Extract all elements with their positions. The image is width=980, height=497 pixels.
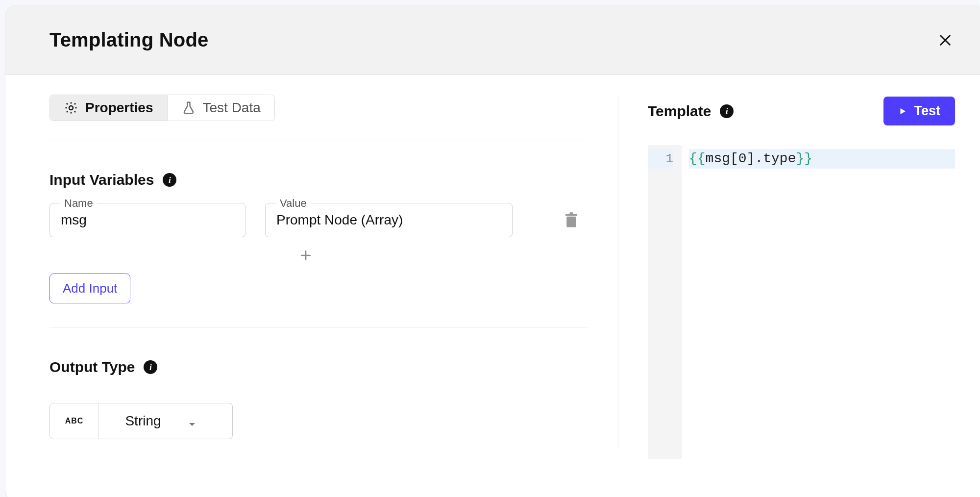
info-icon[interactable]: i xyxy=(144,360,157,374)
editor-code[interactable]: {{msg[0].type}} xyxy=(682,145,955,459)
tab-test-data[interactable]: Test Data xyxy=(168,95,274,121)
dialog-titlebar: Templating Node xyxy=(5,5,980,75)
vertical-divider xyxy=(618,95,618,447)
editor-gutter: 1 xyxy=(648,145,682,459)
plus-icon xyxy=(299,249,312,262)
divider xyxy=(49,140,588,140)
tab-properties[interactable]: Properties xyxy=(50,95,168,121)
info-icon[interactable]: i xyxy=(720,104,734,118)
flask-icon xyxy=(181,100,196,115)
input-variables-title: Input Variables xyxy=(49,172,154,188)
gear-icon xyxy=(64,100,78,115)
info-icon[interactable]: i xyxy=(163,173,176,187)
template-editor[interactable]: 1 {{msg[0].type}} xyxy=(648,145,955,459)
output-type-value: String xyxy=(125,413,161,429)
input-variables-header: Input Variables i xyxy=(49,172,588,188)
svg-rect-1 xyxy=(566,217,576,227)
svg-point-0 xyxy=(69,106,73,110)
close-icon xyxy=(938,33,952,47)
abc-icon: ABC xyxy=(50,403,99,439)
input-variable-row: Name msg Value Prompt Node (Array) xyxy=(49,203,588,237)
test-button[interactable]: Test xyxy=(883,97,955,125)
output-type-title: Output Type xyxy=(49,359,135,375)
tab-bar: Properties Test Data xyxy=(49,95,275,121)
add-row-inline-button[interactable] xyxy=(299,249,312,262)
divider xyxy=(49,327,588,327)
add-input-label: Add Input xyxy=(63,281,117,296)
chevron-down-icon xyxy=(188,417,196,425)
test-button-label: Test xyxy=(914,103,940,119)
add-input-button[interactable]: Add Input xyxy=(49,273,130,303)
template-title: Template xyxy=(648,103,711,120)
play-icon xyxy=(898,107,907,116)
name-field-label: Name xyxy=(60,197,97,210)
templating-node-dialog: Templating Node Properties xyxy=(5,5,980,497)
line-number: 1 xyxy=(648,149,673,169)
value-field-label: Value xyxy=(276,197,311,210)
output-type-select[interactable]: ABC String xyxy=(49,403,233,439)
code-line: {{msg[0].type}} xyxy=(689,149,955,169)
template-panel: Template i Test 1 {{msg[0].type}} xyxy=(648,95,955,497)
trash-icon xyxy=(564,212,579,228)
output-type-header: Output Type i xyxy=(49,359,588,375)
dialog-title: Templating Node xyxy=(49,29,208,51)
tab-test-data-label: Test Data xyxy=(203,100,261,116)
properties-panel: Properties Test Data Input Variables i xyxy=(49,95,588,497)
svg-rect-2 xyxy=(565,214,577,216)
tab-properties-label: Properties xyxy=(85,100,153,116)
svg-rect-3 xyxy=(569,212,573,214)
close-button[interactable] xyxy=(935,30,955,50)
delete-row-button[interactable] xyxy=(564,212,579,228)
